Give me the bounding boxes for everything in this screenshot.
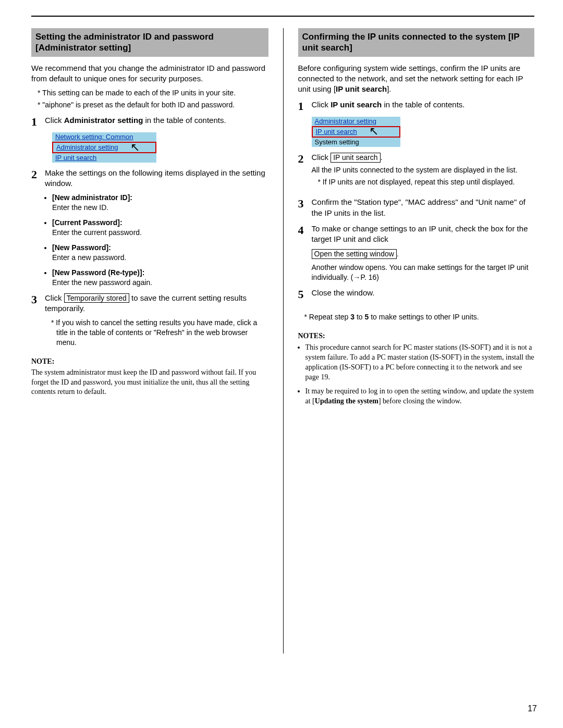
step-body: Click IP unit search in the table of con…: [312, 100, 535, 113]
left-step2-items: [New administrator ID]:Enter the new ID.…: [45, 193, 268, 287]
text: Repeat step: [309, 313, 350, 321]
text: Before configuring system wide settings,…: [298, 64, 523, 94]
right-notes-head: NOTES:: [298, 331, 535, 341]
text: Click: [45, 293, 64, 302]
step-body: Click Administrator setting in the table…: [45, 115, 268, 128]
step-number: 2: [31, 168, 45, 189]
step-body: Make the settings on the following items…: [45, 168, 268, 189]
step-number: 2: [298, 152, 312, 192]
item-desc: Enter the new ID.: [52, 203, 108, 212]
note-item: This procedure cannot search for PC mast…: [305, 343, 535, 382]
item-label: [Current Password]:: [52, 218, 123, 227]
right-step-3: 3 Confirm the "Station type", "MAC addre…: [298, 197, 535, 218]
right-step-2: 2 Click IP unit search. All the IP units…: [298, 152, 535, 192]
step-number: 1: [31, 115, 45, 128]
step-desc: All the IP units connected to the system…: [312, 165, 535, 175]
right-toc-illustration: Administrator setting IP unit search Sys…: [312, 117, 400, 147]
step-number: 1: [298, 100, 312, 113]
bold: Updating the system: [315, 397, 378, 405]
button-box: Temporarily stored: [64, 293, 129, 303]
item-desc: Enter the new password again.: [52, 278, 152, 287]
text: To make or change settings to an IP unit…: [312, 224, 528, 243]
left-step-2: 2 Make the settings on the following ite…: [31, 168, 268, 189]
step-body: Close the window.: [312, 288, 535, 301]
toc-link-highlighted: IP unit search: [312, 126, 400, 138]
right-step-1: 1 Click IP unit search in the table of c…: [298, 100, 535, 113]
step-body: Confirm the "Station type", "MAC address…: [312, 197, 535, 218]
toc-link: Network setting: Common: [52, 132, 156, 142]
star-note: Repeat step 3 to 5 to make settings to o…: [304, 312, 535, 322]
right-repeat-note: Repeat step 3 to 5 to make settings to o…: [298, 312, 535, 322]
step-number: 5: [298, 288, 312, 301]
step-number: 4: [298, 224, 312, 282]
right-section-header: Confirming the IP units connected to the…: [298, 28, 535, 57]
button-box: IP unit search: [331, 153, 380, 163]
text: .: [381, 153, 383, 162]
text: to make settings to other IP units.: [369, 313, 479, 321]
bold: IP unit search: [331, 100, 382, 109]
step-body: To make or change settings to an IP unit…: [312, 224, 535, 282]
text: in the table of contents.: [143, 116, 226, 125]
toc-link-highlighted: Administrator setting: [52, 142, 156, 153]
list-item: [Current Password]:Enter the current pas…: [52, 218, 268, 238]
item-desc: Enter a new password.: [52, 253, 126, 262]
bold: Administrator setting: [64, 116, 143, 125]
text: Click: [45, 116, 64, 125]
left-note-body: The system administrator must keep the I…: [31, 368, 268, 398]
right-step-5: 5 Close the window.: [298, 288, 535, 301]
text: .: [397, 249, 399, 258]
left-intro: We recommend that you change the adminis…: [31, 63, 268, 84]
top-rule: [31, 16, 534, 17]
toc-link: IP unit search: [52, 153, 156, 163]
star-note: If you wish to cancel the setting result…: [51, 318, 268, 348]
step-number: 3: [298, 197, 312, 218]
text: ].: [387, 84, 391, 93]
left-star-2: "aiphone" is preset as the default for b…: [38, 100, 268, 110]
right-notes-list: This procedure cannot search for PC mast…: [298, 343, 535, 406]
star-note: If IP units are not displayed, repeat th…: [318, 177, 535, 187]
item-label: [New administrator ID]:: [52, 193, 132, 202]
step-body: Click IP unit search. All the IP units c…: [312, 152, 535, 192]
step-desc: Another window opens. You can make setti…: [312, 263, 535, 282]
right-column: Confirming the IP units connected to the…: [283, 28, 535, 653]
list-item: [New administrator ID]:Enter the new ID.: [52, 193, 268, 213]
left-step-1: 1 Click Administrator setting in the tab…: [31, 115, 268, 128]
note-item: It may be required to log in to open the…: [305, 387, 535, 406]
bold: IP unit search: [336, 84, 387, 93]
item-label: [New Password]:: [52, 243, 111, 252]
toc-link: Administrator setting: [312, 117, 400, 126]
left-star-1: This setting can be made to each of the …: [38, 88, 268, 98]
left-step-3: 3 Click Temporarily stored to save the c…: [31, 293, 268, 314]
toc-link: System setting: [312, 138, 400, 147]
left-note-head: NOTE:: [31, 357, 268, 367]
cursor-icon: ↖: [369, 124, 378, 139]
step-body: Click Temporarily stored to save the cur…: [45, 293, 268, 314]
left-section-header: Setting the administrator ID and passwor…: [31, 28, 268, 57]
list-item: [New Password (Re-type)]:Enter the new p…: [52, 268, 268, 288]
item-label: [New Password (Re-type)]:: [52, 268, 144, 277]
step-number: 3: [31, 293, 45, 314]
bold: 3: [350, 313, 354, 321]
right-intro: Before configuring system wide settings,…: [298, 63, 535, 95]
text: to: [354, 313, 364, 321]
text: Click: [312, 100, 331, 109]
left-column: Setting the administrator ID and passwor…: [31, 28, 283, 653]
text: in the table of contents.: [382, 100, 464, 109]
left-step3-sub: If you wish to cancel the setting result…: [45, 318, 268, 348]
item-desc: Enter the current password.: [52, 228, 142, 237]
list-item: [New Password]:Enter a new password.: [52, 243, 268, 263]
left-toc-illustration: Network setting: Common Administrator se…: [52, 132, 156, 163]
right-step-4: 4 To make or change settings to an IP un…: [298, 224, 535, 282]
text: Click: [312, 153, 331, 162]
button-box: Open the setting window: [312, 249, 397, 259]
cursor-icon: ↖: [130, 140, 140, 155]
text: ] before closing the window.: [378, 397, 462, 405]
left-star-notes: This setting can be made to each of the …: [31, 88, 268, 110]
two-column-layout: Setting the administrator ID and passwor…: [31, 28, 534, 653]
